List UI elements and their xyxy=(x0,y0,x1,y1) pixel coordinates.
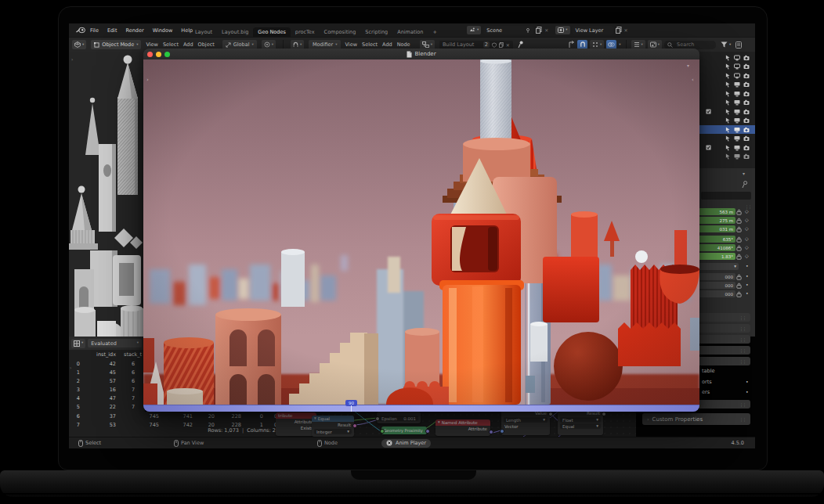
disable-render-icon[interactable] xyxy=(743,127,750,133)
outliner-row[interactable] xyxy=(699,81,755,89)
select-pointer-icon[interactable] xyxy=(725,153,731,160)
hide-viewport-icon[interactable] xyxy=(734,117,740,124)
equal-type-field[interactable]: Integer▾ xyxy=(314,429,352,434)
lock-icon[interactable] xyxy=(736,226,742,232)
outliner-row[interactable] xyxy=(699,117,755,125)
keyframe-diamond-icon[interactable]: ◇ xyxy=(745,236,749,241)
outliner-row[interactable] xyxy=(699,107,755,116)
select-pointer-icon[interactable] xyxy=(725,109,731,115)
hide-viewport-icon[interactable] xyxy=(734,99,740,106)
hide-viewport-icon[interactable] xyxy=(734,145,740,151)
disable-render-icon[interactable] xyxy=(743,145,750,151)
users-count-badge[interactable]: 2 xyxy=(483,41,490,48)
disable-render-icon[interactable] xyxy=(743,73,750,79)
outliner-row[interactable] xyxy=(699,89,755,98)
select-pointer-icon[interactable] xyxy=(725,99,731,106)
menu-edit[interactable]: Edit xyxy=(107,27,117,34)
parent-toggle-icon[interactable] xyxy=(568,41,575,49)
compare-type-field[interactable]: Float▾ xyxy=(560,417,601,423)
select-pointer-icon[interactable] xyxy=(725,127,731,133)
hide-viewport-icon[interactable] xyxy=(734,135,740,142)
select-pointer-icon[interactable] xyxy=(725,63,731,70)
lock-icon[interactable] xyxy=(736,218,742,224)
scene-browse-button[interactable]: ▾ xyxy=(467,26,481,34)
lock-icon[interactable] xyxy=(736,283,742,289)
animate-dot-icon[interactable]: • xyxy=(746,273,749,279)
socket-vector-in[interactable] xyxy=(500,429,504,434)
properties-dropdown-icon[interactable]: ▾ xyxy=(743,171,745,176)
disable-render-icon[interactable] xyxy=(743,55,750,61)
node-named-attribute-b[interactable]: ▾Named Attribute Attribute xyxy=(435,419,490,436)
viewport-3d-canvas[interactable]: › xyxy=(69,52,145,337)
vp-menu-select[interactable]: Select xyxy=(163,41,179,48)
outliner-row[interactable] xyxy=(699,99,755,107)
nd-menu-add[interactable]: Add xyxy=(382,41,392,48)
hide-viewport-icon[interactable] xyxy=(734,55,740,61)
outliner-row-selected[interactable] xyxy=(699,125,755,134)
custom-properties-panel[interactable]: › Custom Properties ⋮⋮ xyxy=(642,413,750,425)
animate-dot-icon[interactable]: • xyxy=(746,263,749,268)
pin-icon[interactable] xyxy=(742,181,748,189)
disable-render-icon[interactable] xyxy=(743,117,750,124)
keyframe-diamond-icon[interactable]: ◇ xyxy=(745,253,749,258)
new-node-tree-icon[interactable] xyxy=(499,42,504,48)
lock-icon[interactable] xyxy=(736,236,742,243)
floating-render-window[interactable]: Blender xyxy=(143,49,699,412)
node-vector-math[interactable]: Value Length▾ Vector xyxy=(501,409,550,435)
keyframe-diamond-icon[interactable]: ◇ xyxy=(745,244,749,250)
vp-menu-add[interactable]: Add xyxy=(183,41,193,48)
select-pointer-icon[interactable] xyxy=(725,81,731,88)
animate-dot-icon[interactable]: • xyxy=(746,379,749,384)
tab-proctex[interactable]: procTex xyxy=(291,27,320,37)
nd-menu-view[interactable]: View xyxy=(345,41,357,48)
disable-render-icon[interactable] xyxy=(743,153,750,160)
hide-viewport-icon[interactable] xyxy=(734,127,740,133)
outliner-filter-button[interactable]: ▾ xyxy=(718,40,733,49)
socket-epsilon-in[interactable] xyxy=(375,416,380,421)
socket-result-out[interactable] xyxy=(352,423,357,428)
disable-render-icon[interactable] xyxy=(743,91,750,97)
select-pointer-icon[interactable] xyxy=(725,117,731,124)
keyframe-diamond-icon[interactable]: ◇ xyxy=(745,217,749,222)
select-pointer-icon[interactable] xyxy=(725,91,731,97)
tab-add-workspace[interactable]: + xyxy=(428,27,441,37)
tab-layout-big[interactable]: Layout.big xyxy=(217,27,253,37)
lock-icon[interactable] xyxy=(736,245,742,251)
unlink-scene-icon[interactable]: ✕ xyxy=(544,27,548,33)
pin-icon[interactable] xyxy=(526,27,530,34)
object-name-field[interactable] xyxy=(701,192,751,200)
node-tree-name-field[interactable]: Build Layout 2 ✕ xyxy=(439,41,513,49)
disable-render-icon[interactable] xyxy=(743,99,750,106)
mode-dropdown[interactable]: Object Mode ▾ xyxy=(91,40,141,49)
search-input[interactable] xyxy=(675,41,710,49)
checkbox-checked[interactable] xyxy=(706,109,711,114)
outliner-options-icon[interactable] xyxy=(735,41,742,49)
outliner-row[interactable] xyxy=(699,135,755,143)
node-geometry-proximity[interactable]: Geometry Proximity xyxy=(381,427,427,434)
lock-icon[interactable] xyxy=(736,291,742,297)
dataset-dropdown[interactable]: Evaluated ▾ xyxy=(88,339,142,347)
keyframe-diamond-icon[interactable]: ◇ xyxy=(745,208,749,214)
select-pointer-icon[interactable] xyxy=(725,145,731,151)
timeline-strip[interactable]: 90 xyxy=(143,405,699,412)
disable-render-icon[interactable] xyxy=(743,109,750,115)
vp-menu-object[interactable]: Object xyxy=(198,41,215,48)
remove-view-layer-icon[interactable]: ✕ xyxy=(624,27,628,33)
editor-type-button[interactable]: ▾ xyxy=(72,40,86,49)
anim-player-button[interactable]: Anim Player xyxy=(381,439,431,448)
pin-icon[interactable] xyxy=(518,41,524,49)
socket-proximity-out[interactable] xyxy=(425,429,430,434)
outliner-search[interactable] xyxy=(664,41,716,49)
epsilon-field[interactable]: Epsilon0.001 xyxy=(379,416,418,421)
outliner-row[interactable] xyxy=(699,143,755,152)
animate-dot-icon[interactable]: • xyxy=(746,290,749,296)
vector-op-field[interactable]: Length▾ xyxy=(504,417,548,423)
spreadsheet-editor-button[interactable]: ▾ xyxy=(71,339,85,348)
lock-icon[interactable] xyxy=(736,274,742,280)
socket-value-out[interactable] xyxy=(548,412,553,416)
node-epsilon-body[interactable]: Epsilon0.001 xyxy=(377,412,421,423)
column-inst-idx[interactable]: inst_idx xyxy=(83,351,116,358)
hide-viewport-icon[interactable] xyxy=(734,109,740,115)
new-scene-icon[interactable] xyxy=(536,27,542,34)
tab-geo-nodes[interactable]: Geo Nodes xyxy=(253,27,290,37)
